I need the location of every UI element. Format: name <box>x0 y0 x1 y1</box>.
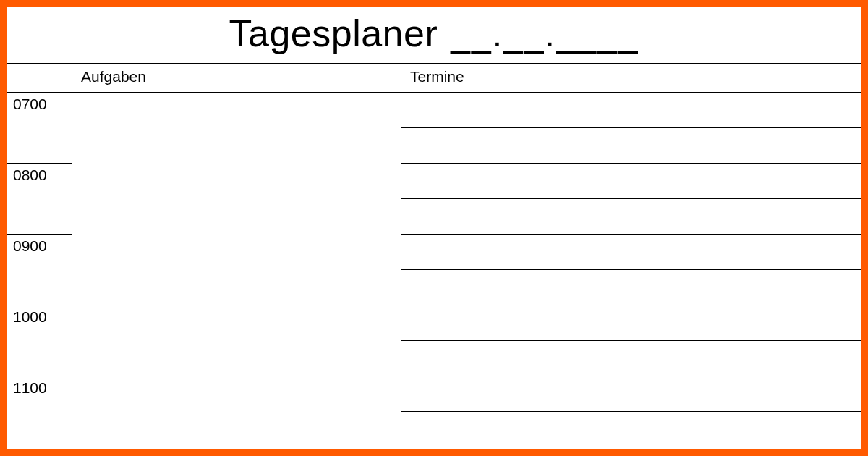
hour-1000: 1000 <box>7 305 72 376</box>
appointments-column <box>401 93 861 449</box>
tasks-column[interactable] <box>72 93 401 449</box>
hour-0900: 0900 <box>7 235 72 305</box>
planner-page: Tagesplaner __.__.____ Aufgaben Termine … <box>7 7 861 449</box>
planner-body: 0700 0800 0900 1000 1100 <box>7 93 861 449</box>
appointment-slot[interactable] <box>401 412 861 447</box>
appointment-slot[interactable] <box>401 199 861 235</box>
tasks-column-header: Aufgaben <box>72 64 401 92</box>
title-row: Tagesplaner __.__.____ <box>7 7 861 64</box>
appointment-slot[interactable] <box>401 128 861 164</box>
hour-0700: 0700 <box>7 93 72 164</box>
time-column-header <box>7 64 72 92</box>
time-column: 0700 0800 0900 1000 1100 <box>7 93 72 449</box>
hour-1100: 1100 <box>7 376 72 447</box>
column-headers: Aufgaben Termine <box>7 64 861 93</box>
appointments-column-header: Termine <box>401 64 861 92</box>
appointment-slot[interactable] <box>401 305 861 341</box>
appointment-slot[interactable] <box>401 93 861 128</box>
appointment-slot[interactable] <box>401 341 861 376</box>
appointment-slot[interactable] <box>401 235 861 270</box>
hour-0800: 0800 <box>7 164 72 235</box>
date-placeholder[interactable]: __.__.____ <box>451 14 639 54</box>
appointment-slot[interactable] <box>401 270 861 305</box>
appointment-slot[interactable] <box>401 376 861 412</box>
page-title: Tagesplaner <box>229 12 438 55</box>
appointment-slot[interactable] <box>401 164 861 199</box>
